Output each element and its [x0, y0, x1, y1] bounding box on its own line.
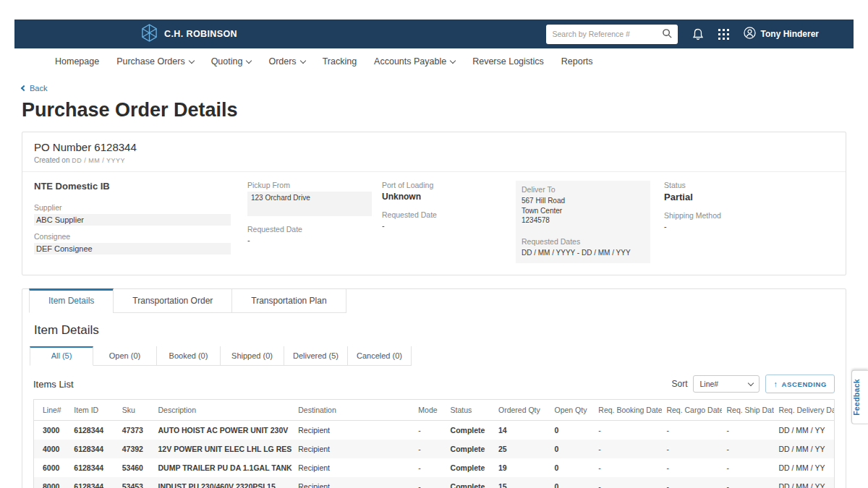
reference-search [546, 25, 678, 44]
table-cell: 19 [494, 458, 550, 477]
table-cell: DUMP TRAILER PU DA 1.1GAL TANK [154, 458, 294, 477]
user-avatar-icon [744, 27, 756, 42]
table-cell: 47373 [118, 421, 154, 440]
table-cell: 12V POWER UNIT ELEC LHL LG RES [154, 440, 294, 458]
table-cell: 6000 [34, 458, 70, 477]
items-list-heading: Items List [33, 379, 74, 390]
tab-item-details[interactable]: Item Details [29, 288, 114, 313]
chevron-down-icon [246, 57, 252, 63]
table-cell: - [414, 440, 446, 458]
table-row[interactable]: 8000612834453453INDUST PU 230/460V 2320P… [34, 477, 835, 488]
nav-item-accounts-payable[interactable]: Accounts Payable [374, 56, 455, 67]
apps-grid-icon[interactable] [718, 29, 729, 40]
brand-logo[interactable]: C.H. ROBINSON [141, 24, 237, 45]
table-cell: - [594, 421, 662, 440]
notifications-bell-icon[interactable] [692, 28, 704, 40]
status-filter-tabs: All (5) Open (0) Booked (0) Shipped (0) … [30, 346, 838, 366]
table-cell: 47392 [118, 440, 154, 458]
arrow-up-icon: ↑ [773, 380, 778, 388]
filter-tab-canceled[interactable]: Canceled (0) [348, 346, 412, 366]
table-cell: Recipient [294, 421, 414, 440]
col-header-req-ship-date: Req. Ship Date [722, 400, 774, 421]
table-cell: - [414, 421, 446, 440]
po-created-on: Created on DD / MM / YYYY [34, 156, 834, 164]
consignee-label: Consignee [34, 232, 237, 241]
table-cell: 6128344 [69, 477, 117, 488]
tab-transportation-order[interactable]: Transportation Order [113, 289, 232, 313]
deliver-to-line2: Town Center [522, 206, 644, 216]
search-icon[interactable] [662, 28, 673, 42]
nav-item-reverse-logistics[interactable]: Reverse Logistics [472, 56, 544, 67]
col-header-destination: Destination [294, 400, 414, 421]
table-row[interactable]: 3000612834447373AUTO HOIST AC POWER UNIT… [34, 421, 835, 440]
consignee-value: DEF Consignee [34, 243, 231, 254]
user-menu[interactable]: Tony Hinderer [744, 27, 819, 42]
table-cell: 0 [550, 458, 594, 477]
col-header-req-cargo-date: Req. Cargo Date [662, 400, 722, 421]
table-cell: 25 [494, 440, 550, 458]
back-link[interactable]: Back [22, 84, 47, 93]
po-number-heading: PO Number 6128344 [34, 141, 834, 153]
nav-item-reports[interactable]: Reports [561, 56, 593, 67]
table-cell: Recipient [294, 458, 414, 477]
table-cell: - [662, 477, 722, 488]
search-input[interactable] [546, 25, 678, 44]
filter-tab-open[interactable]: Open (0) [93, 346, 157, 366]
table-cell: - [662, 421, 722, 440]
sort-label: Sort [671, 379, 687, 389]
sort-selected-value: Line# [699, 380, 718, 388]
table-header-row: Line# Item ID Sku Description Destinatio… [34, 400, 835, 421]
table-cell: 14 [494, 421, 550, 440]
port-requested-date-value: - [382, 221, 506, 230]
table-cell: 6128344 [69, 458, 117, 477]
item-details-heading: Item Details [22, 313, 846, 346]
table-row[interactable]: 6000612834453460DUMP TRAILER PU DA 1.1GA… [34, 458, 835, 477]
feedback-button[interactable]: Feedback [851, 370, 868, 424]
pickup-from-value: 123 Orchard Drive [247, 192, 372, 216]
nav-item-tracking[interactable]: Tracking [323, 56, 357, 67]
table-cell: - [662, 440, 722, 458]
table-cell: Complete [446, 440, 494, 458]
nav-item-homepage[interactable]: Homepage [55, 56, 99, 67]
col-header-mode: Mode [414, 400, 446, 421]
deliver-to-line1: 567 Hill Road [522, 196, 644, 206]
items-table-body: 3000612834447373AUTO HOIST AC POWER UNIT… [34, 421, 835, 488]
table-cell: 6128344 [69, 440, 117, 458]
status-value: Partial [664, 192, 824, 202]
chevron-down-icon [748, 380, 754, 385]
filter-tab-booked[interactable]: Booked (0) [157, 346, 221, 366]
table-cell: Complete [446, 421, 494, 440]
nav-item-quoting[interactable]: Quoting [211, 56, 252, 67]
sort-select[interactable]: Line# [693, 375, 760, 393]
supplier-value: ABC Supplier [34, 214, 231, 226]
table-cell: Recipient [294, 477, 414, 488]
filter-tab-all[interactable]: All (5) [30, 346, 93, 366]
pickup-requested-date-label: Requested Date [247, 225, 372, 234]
filter-tab-delivered[interactable]: Delivered (5) [284, 346, 348, 366]
supplier-label: Supplier [34, 203, 237, 212]
nav-item-purchase-orders[interactable]: Purchase Orders [116, 56, 193, 67]
col-header-item-id: Item ID [69, 400, 117, 421]
chr-hexagon-logo-icon [141, 24, 158, 45]
sort-direction-button[interactable]: ↑ ASCENDING [765, 374, 835, 393]
nav-item-orders[interactable]: Orders [268, 56, 305, 67]
table-cell: DD / MM / YY [774, 477, 834, 488]
detail-tab-strip: Item Details Transportation Order Transp… [22, 289, 846, 313]
table-cell: - [722, 421, 774, 440]
requested-dates-label: Requested Dates [522, 237, 644, 246]
pickup-requested-date-value: - [247, 236, 372, 244]
filter-tab-shipped[interactable]: Shipped (0) [221, 346, 284, 366]
port-of-loading-value: Unknown [382, 192, 506, 202]
tab-transportation-plan[interactable]: Transportation Plan [231, 289, 346, 313]
port-of-loading-label: Port of Loading [382, 181, 506, 189]
table-cell: - [722, 440, 774, 458]
table-cell: - [414, 477, 446, 488]
table-cell: Complete [446, 477, 494, 488]
po-type: NTE Domestic IB [34, 181, 237, 192]
table-row[interactable]: 400061283444739212V POWER UNIT ELEC LHL … [34, 440, 835, 458]
brand-name: C.H. ROBINSON [164, 29, 237, 39]
col-header-line: Line# [34, 400, 70, 421]
status-label: Status [664, 181, 824, 189]
col-header-status: Status [446, 400, 494, 421]
table-cell: 8000 [34, 477, 70, 488]
